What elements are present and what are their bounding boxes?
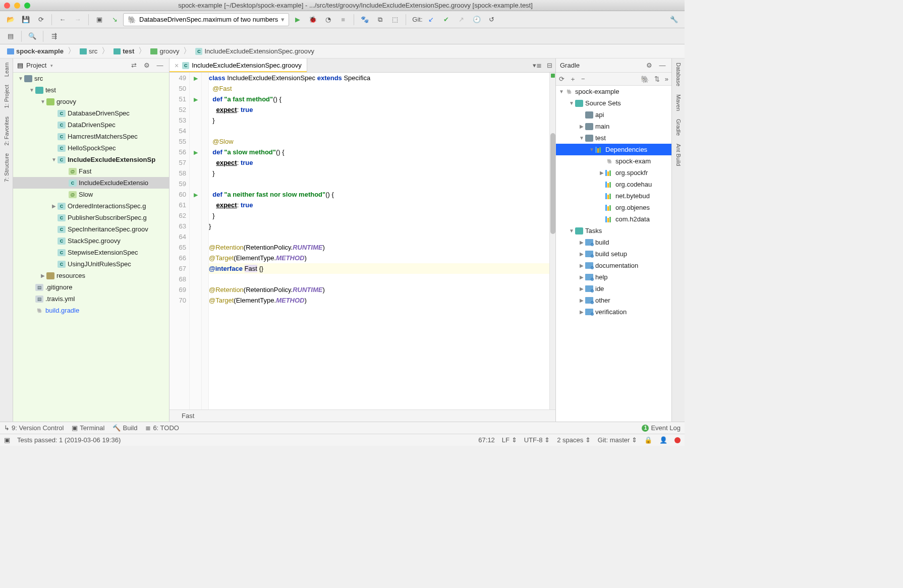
vcs-commit-icon[interactable]: ✔ [440, 13, 453, 26]
breadcrumb-item[interactable]: test [111, 46, 136, 56]
vcs-update-icon[interactable]: ↙ [425, 13, 438, 26]
gradle-tree-item[interactable]: org.codehau [556, 179, 671, 190]
close-icon[interactable]: × [175, 62, 179, 70]
project-tree-item[interactable]: ▼test [13, 84, 169, 96]
gradle-tree-item[interactable]: 🐘spock-exam [556, 155, 671, 167]
open-icon[interactable]: 📂 [4, 13, 17, 26]
gradle-tree-item[interactable]: net.bytebud [556, 190, 671, 202]
event-log-button[interactable]: 1 Event Log [642, 424, 681, 432]
rollback-icon[interactable]: ↺ [485, 13, 498, 26]
gradle-tree-item[interactable]: ▶documentation [556, 260, 671, 271]
gradle-tree-item[interactable]: com.h2data [556, 213, 671, 225]
project-tree-item[interactable]: ▶resources [13, 270, 169, 281]
project-tree-item[interactable]: ▤.travis.yml [13, 293, 169, 305]
search-icon[interactable]: 🔍 [26, 30, 39, 43]
select-in-icon[interactable]: ▤ [4, 30, 17, 43]
collapse-icon[interactable]: — [155, 61, 165, 71]
gradle-tree-item[interactable]: ▶build [556, 237, 671, 248]
gradle-tree-item[interactable]: ▶other [556, 295, 671, 306]
attach-icon[interactable]: ⧉ [373, 13, 386, 26]
ide-lock-icon[interactable]: 👤 [659, 436, 667, 444]
hammer-icon[interactable]: ↘ [108, 13, 121, 26]
run-gutter-icon[interactable]: ▶ [194, 192, 198, 198]
gutter-icons[interactable]: ▶▶▶▶ [190, 73, 202, 409]
gradle-tree-item[interactable]: ▼Tasks [556, 225, 671, 237]
build-icon[interactable]: ▣ [93, 13, 106, 26]
project-tree[interactable]: ▼src▼test▼groovyCDatabaseDrivenSpecCData… [13, 73, 169, 422]
tool-tab-database[interactable]: Database [674, 58, 683, 90]
memory-indicator-icon[interactable]: 🔒 [644, 436, 652, 444]
breadcrumb-item[interactable]: C IncludeExcludeExtensionSpec.groovy [193, 46, 316, 56]
file-encoding[interactable]: UTF-8 ⇕ [524, 436, 550, 444]
back-icon[interactable]: ← [56, 13, 69, 26]
vcs-push-icon[interactable]: ↗ [455, 13, 468, 26]
structure-icon[interactable]: ⬚ [388, 13, 402, 26]
reload-icon[interactable]: ⟳ [559, 75, 565, 83]
project-tree-item[interactable]: CStepwiseExtensionSpec [13, 247, 169, 258]
gradle-tree-item[interactable]: ▼Source Sets [556, 97, 671, 109]
project-tree-item[interactable]: CIncludeExcludeExtensio [13, 177, 169, 189]
run-configuration-dropdown[interactable]: 🐘 DatabaseDrivenSpec.maximum of two numb… [123, 13, 289, 26]
locate-icon[interactable]: ⇄ [129, 61, 139, 71]
gradle-tree-item[interactable]: ▶build setup [556, 248, 671, 260]
remove-icon[interactable]: − [581, 75, 585, 83]
gradle-tree-item[interactable]: api [556, 109, 671, 121]
gradle-tree-item[interactable]: ▶verification [556, 306, 671, 318]
run-gutter-icon[interactable]: ▶ [194, 96, 198, 102]
run-icon[interactable]: ▶ [291, 13, 304, 26]
editor-body[interactable]: 4950515253545556575859606162636465666768… [170, 73, 555, 409]
project-tree-item[interactable]: @Slow [13, 189, 169, 200]
add-icon[interactable]: ＋ [570, 75, 576, 84]
tool-tab----project[interactable]: 1: Project [3, 81, 11, 112]
indent-setting[interactable]: 2 spaces ⇕ [557, 436, 591, 444]
run-gutter-icon[interactable]: ▶ [194, 75, 198, 81]
tool-tab-learn[interactable]: Learn [3, 58, 11, 81]
tool-tab-gradle[interactable]: Gradle [674, 115, 683, 140]
gradle-tree-item[interactable]: ▼🐘spock-example [556, 86, 671, 97]
gradle-tree-item[interactable]: ▶main [556, 121, 671, 132]
gradle-tree-item[interactable]: org.objenes [556, 202, 671, 213]
project-tree-item[interactable]: ▶COrderedInteractionsSpec.g [13, 200, 169, 212]
editor-context-label[interactable]: Fast [182, 412, 194, 420]
gear-icon[interactable]: ⚙ [644, 61, 654, 71]
project-tree-item[interactable]: CHamcrestMatchersSpec [13, 131, 169, 142]
project-tree-item[interactable]: CDatabaseDrivenSpec [13, 107, 169, 119]
breadcrumb-item[interactable]: spock-example [5, 46, 66, 56]
history-icon[interactable]: 🕘 [470, 13, 483, 26]
project-tree-item[interactable]: CStackSpec.groovy [13, 235, 169, 247]
tree-icon[interactable]: ⇶ [47, 30, 61, 43]
tool-tab-maven[interactable]: Maven [674, 90, 683, 115]
close-window-button[interactable] [4, 3, 10, 9]
project-tree-item[interactable]: @Fast [13, 165, 169, 177]
minimize-window-button[interactable] [14, 3, 20, 9]
collapse-icon[interactable]: — [657, 61, 667, 71]
code-area[interactable]: class IncludeExcludeExtensionSpec extend… [209, 73, 549, 409]
run-gutter-icon[interactable]: ▶ [194, 149, 198, 155]
gradle-tree-item[interactable]: ▶ide [556, 283, 671, 295]
line-ending[interactable]: LF ⇕ [502, 436, 517, 444]
gradle-tree[interactable]: ▼🐘spock-example▼Source Setsapi▶main▼test… [556, 86, 671, 422]
project-tree-item[interactable]: ▤.gitignore [13, 281, 169, 293]
fold-gutter[interactable] [202, 73, 209, 409]
gradle-icon[interactable]: 🐘 [641, 75, 649, 83]
tool-tab-ant-build[interactable]: Ant Build [674, 140, 683, 170]
project-tree-item[interactable]: ▼CIncludeExcludeExtensionSp [13, 154, 169, 165]
project-tree-item[interactable]: CPublisherSubscriberSpec.g [13, 212, 169, 223]
project-tree-item[interactable]: 🐘build.gradle [13, 305, 169, 316]
profiler-icon[interactable]: 🐾 [358, 13, 371, 26]
refresh-icon[interactable]: ⟳ [34, 13, 47, 26]
project-tree-item[interactable]: ▼src [13, 73, 169, 84]
editor-marker-strip[interactable] [549, 73, 555, 409]
editor-tab-active[interactable]: × C IncludeExcludeExtensionSpec.groovy [170, 58, 307, 72]
forward-icon[interactable]: → [71, 13, 84, 26]
expand-icon[interactable]: ⇅ [654, 75, 660, 83]
stop-icon[interactable]: ■ [336, 13, 350, 26]
breadcrumb-item[interactable]: groovy [148, 46, 181, 56]
coverage-icon[interactable]: ◔ [321, 13, 334, 26]
gradle-tree-item[interactable]: ▶org.spockfr [556, 167, 671, 179]
tool-tab----favorites[interactable]: 2: Favorites [3, 112, 11, 149]
more-icon[interactable]: » [665, 75, 668, 83]
scrollbar-thumb[interactable] [550, 133, 555, 234]
gradle-tree-item[interactable]: ▶help [556, 271, 671, 283]
git-branch[interactable]: Git: master ⇕ [598, 436, 637, 444]
